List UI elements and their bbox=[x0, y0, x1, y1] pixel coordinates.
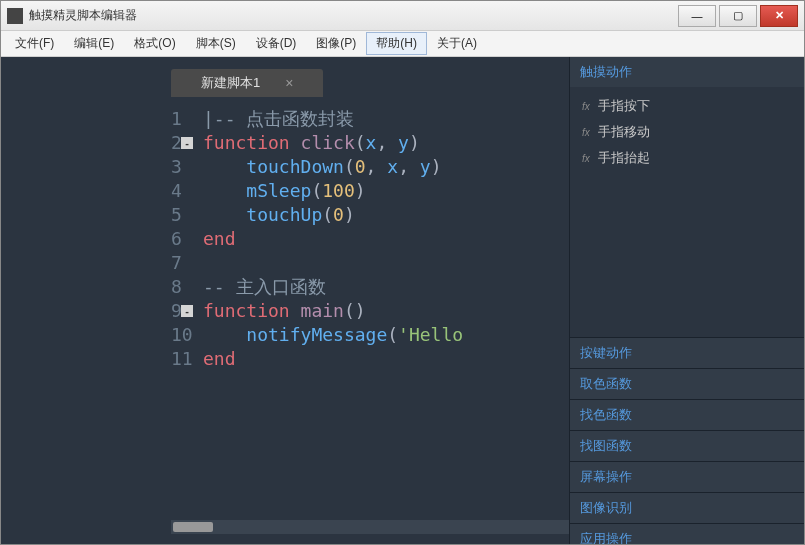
code-text[interactable]: |-- 点击函数封装 function click(x, y) touchDow… bbox=[199, 97, 569, 520]
sidebar-body-touch: fx手指按下 fx手指移动 fx手指抬起 bbox=[570, 87, 804, 337]
sidebar-header-touch[interactable]: 触摸动作 bbox=[570, 57, 804, 87]
fold-icon[interactable]: - bbox=[181, 137, 193, 149]
sidebar: 触摸动作 fx手指按下 fx手指移动 fx手指抬起 按键动作 取色函数 找色函数… bbox=[569, 57, 804, 544]
content-area: 新建脚本1 × 1234567891011 - - |-- 点击函数封装 fun… bbox=[1, 57, 804, 544]
sidebar-header-appop[interactable]: 应用操作 bbox=[570, 524, 804, 544]
editor-area: 新建脚本1 × 1234567891011 - - |-- 点击函数封装 fun… bbox=[1, 57, 569, 544]
window-controls: — ▢ ✕ bbox=[678, 5, 798, 27]
file-tab[interactable]: 新建脚本1 × bbox=[171, 69, 323, 97]
menu-help[interactable]: 帮助(H) bbox=[366, 32, 427, 55]
sidebar-header-getcolor[interactable]: 取色函数 bbox=[570, 369, 804, 399]
close-button[interactable]: ✕ bbox=[760, 5, 798, 27]
sidebar-header-findimage[interactable]: 找图函数 bbox=[570, 431, 804, 461]
sidebar-item-touchmove[interactable]: fx手指移动 bbox=[570, 119, 804, 145]
menu-format[interactable]: 格式(O) bbox=[124, 32, 185, 55]
menubar: 文件(F) 编辑(E) 格式(O) 脚本(S) 设备(D) 图像(P) 帮助(H… bbox=[1, 31, 804, 57]
sidebar-header-imagerec[interactable]: 图像识别 bbox=[570, 493, 804, 523]
minimize-button[interactable]: — bbox=[678, 5, 716, 27]
sidebar-header-keypress[interactable]: 按键动作 bbox=[570, 338, 804, 368]
fx-icon: fx bbox=[582, 127, 590, 138]
menu-image[interactable]: 图像(P) bbox=[306, 32, 366, 55]
sidebar-section-touch: 触摸动作 fx手指按下 fx手指移动 fx手指抬起 bbox=[570, 57, 804, 338]
menu-script[interactable]: 脚本(S) bbox=[186, 32, 246, 55]
maximize-button[interactable]: ▢ bbox=[719, 5, 757, 27]
app-icon bbox=[7, 8, 23, 24]
sidebar-header-findcolor[interactable]: 找色函数 bbox=[570, 400, 804, 430]
line-gutter: 1234567891011 bbox=[1, 97, 181, 520]
sidebar-item-touchup[interactable]: fx手指抬起 bbox=[570, 145, 804, 171]
tab-label: 新建脚本1 bbox=[201, 74, 260, 92]
titlebar[interactable]: 触摸精灵脚本编辑器 — ▢ ✕ bbox=[1, 1, 804, 31]
editor-bottom-gap bbox=[1, 534, 569, 544]
editor-top-gap bbox=[1, 57, 569, 67]
fold-column: - - bbox=[181, 97, 199, 520]
tabbar: 新建脚本1 × bbox=[1, 67, 569, 97]
sidebar-header-screen[interactable]: 屏幕操作 bbox=[570, 462, 804, 492]
horizontal-scrollbar[interactable] bbox=[171, 520, 569, 534]
menu-device[interactable]: 设备(D) bbox=[246, 32, 307, 55]
menu-edit[interactable]: 编辑(E) bbox=[64, 32, 124, 55]
fx-icon: fx bbox=[582, 101, 590, 112]
app-window: 触摸精灵脚本编辑器 — ▢ ✕ 文件(F) 编辑(E) 格式(O) 脚本(S) … bbox=[0, 0, 805, 545]
sidebar-item-touchdown[interactable]: fx手指按下 bbox=[570, 93, 804, 119]
window-title: 触摸精灵脚本编辑器 bbox=[29, 7, 678, 24]
fx-icon: fx bbox=[582, 153, 590, 164]
close-tab-icon[interactable]: × bbox=[285, 75, 293, 91]
code-editor[interactable]: 1234567891011 - - |-- 点击函数封装 function cl… bbox=[1, 97, 569, 520]
menu-about[interactable]: 关于(A) bbox=[427, 32, 487, 55]
scrollbar-thumb[interactable] bbox=[173, 522, 213, 532]
menu-file[interactable]: 文件(F) bbox=[5, 32, 64, 55]
fold-icon[interactable]: - bbox=[181, 305, 193, 317]
